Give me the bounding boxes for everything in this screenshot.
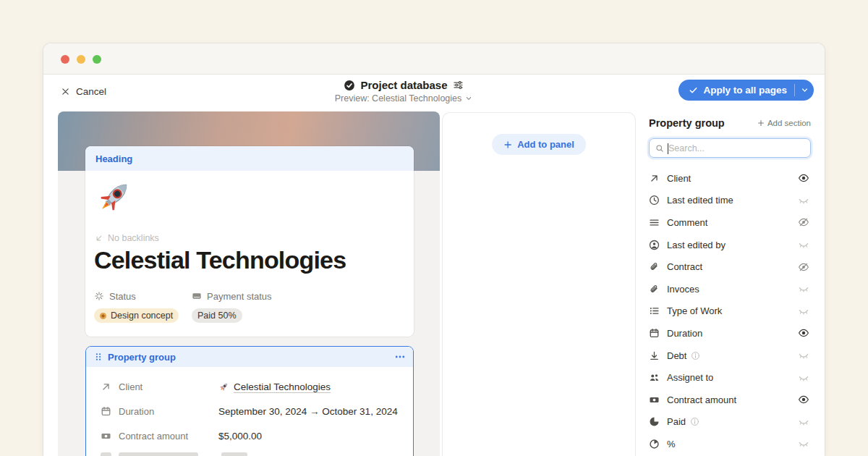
banknote-icon	[649, 394, 660, 405]
sidebar-property-row[interactable]: %	[649, 433, 811, 455]
window-titlebar	[43, 43, 825, 75]
cancel-label: Cancel	[76, 86, 106, 97]
page-title[interactable]: Celestial Technologies	[94, 246, 346, 274]
search-input[interactable]	[668, 143, 791, 153]
arrow-up-right-icon	[101, 381, 111, 392]
more-options-icon[interactable]	[394, 351, 406, 363]
property-value[interactable]: Celestial Technologies	[218, 381, 331, 392]
sidebar-property-row[interactable]: Contract amount	[649, 389, 811, 411]
property-label: Last edited by	[667, 240, 726, 250]
add-section-button[interactable]: Add section	[757, 119, 811, 127]
visibility-toggle-eye-closed-icon[interactable]	[798, 350, 809, 361]
status-value: Design concept	[111, 311, 173, 321]
close-icon	[61, 87, 70, 96]
person-circle-icon	[649, 240, 660, 250]
property-search-box[interactable]	[649, 138, 811, 158]
sidebar-property-row[interactable]: Type of Work	[649, 300, 811, 323]
app-window: Cancel Project database Preview: Celesti…	[43, 43, 825, 456]
paperclip-icon	[649, 261, 660, 272]
sidebar-property-row[interactable]: Comment	[649, 211, 811, 234]
sidebar-property-row[interactable]: Assignet to	[649, 366, 811, 389]
calendar-icon	[101, 406, 111, 417]
text-lines-icon	[649, 217, 660, 228]
heading-section-card[interactable]: Heading No backlinks Celestial Technolog…	[85, 146, 414, 337]
sidebar-property-row[interactable]: Paid	[649, 411, 811, 434]
verified-badge-icon	[344, 80, 355, 91]
visibility-toggle-eye-open-icon[interactable]	[798, 327, 809, 339]
cancel-button[interactable]: Cancel	[61, 86, 106, 97]
property-row-partial	[86, 448, 413, 456]
property-label: Duration	[119, 406, 218, 417]
property-value-text: Celestial Technologies	[234, 381, 331, 392]
visibility-toggle-eye-slash-icon[interactable]	[798, 261, 809, 273]
sidebar-property-row[interactable]: Last edited time	[649, 190, 811, 212]
status-property[interactable]: Status Design concept	[94, 290, 179, 323]
property-row[interactable]: ClientCelestial Technologies	[86, 374, 413, 399]
property-value[interactable]: September 30, 2024 → October 31, 2024	[218, 406, 398, 417]
arrow-down-left-icon	[95, 234, 103, 242]
traffic-light-minimize[interactable]	[77, 55, 85, 64]
payment-status-property[interactable]: Payment status Paid 50%	[192, 290, 272, 323]
preview-label: Preview: Celestial Technologies	[335, 93, 462, 104]
sidebar-property-row[interactable]: Duration	[649, 322, 811, 345]
chevron-down-icon	[465, 95, 472, 102]
property-sidebar: Property group Add section ClientLast ed…	[649, 116, 811, 455]
apply-label: Apply to all pages	[703, 85, 794, 96]
page-rocket-icon[interactable]	[94, 177, 135, 217]
chevron-down-icon	[801, 86, 809, 94]
sidebar-property-row[interactable]: Client	[649, 167, 811, 190]
apply-dropdown-button[interactable]	[795, 80, 814, 101]
property-label: Assignet to	[667, 372, 713, 383]
payment-status-value-pill[interactable]: Paid 50%	[192, 308, 242, 323]
sidebar-property-row[interactable]: Debt	[649, 345, 811, 367]
add-to-panel-button[interactable]: Add to panel	[492, 134, 586, 155]
plus-icon	[503, 140, 512, 149]
visibility-toggle-eye-closed-icon[interactable]	[798, 195, 809, 206]
add-section-label: Add section	[767, 119, 811, 127]
visibility-toggle-eye-open-icon[interactable]	[798, 394, 809, 405]
visibility-toggle-eye-slash-icon[interactable]	[798, 216, 809, 228]
visibility-toggle-eye-open-icon[interactable]	[798, 172, 809, 184]
settings-sliders-icon[interactable]	[453, 80, 464, 90]
traffic-light-close[interactable]	[61, 55, 69, 64]
property-value[interactable]: $5,000.00	[218, 431, 262, 442]
property-label: Type of Work	[667, 305, 722, 316]
apply-to-all-pages-button[interactable]: Apply to all pages	[678, 80, 814, 101]
property-value-text: $5,000.00	[218, 431, 262, 442]
property-row[interactable]: Contract amount$5,000.00	[86, 423, 413, 448]
property-group-header: Property group	[86, 347, 413, 367]
plus-icon	[757, 119, 765, 127]
backlinks-row[interactable]: No backlinks	[95, 233, 159, 243]
text-cursor	[668, 143, 668, 154]
bulleted-list-icon	[649, 305, 660, 316]
sidebar-property-row[interactable]: Contract	[649, 256, 811, 278]
sidebar-property-row[interactable]: Last edited by	[649, 234, 811, 256]
visibility-toggle-eye-closed-icon[interactable]	[798, 416, 809, 428]
status-dot-icon	[100, 313, 106, 319]
visibility-toggle-eye-closed-icon[interactable]	[798, 438, 809, 449]
clock-icon	[649, 195, 660, 206]
property-label: Contract amount	[667, 394, 736, 405]
property-value-text: September 30, 2024 → October 31, 2024	[218, 406, 398, 417]
drag-handle-icon[interactable]	[93, 352, 103, 362]
info-icon	[691, 351, 700, 360]
property-group-rows: ClientCelestial TechnologiesDurationSept…	[86, 367, 413, 448]
sidebar-property-row[interactable]: Invoces	[649, 278, 811, 300]
payment-status-label: Payment status	[207, 291, 272, 302]
preview-selector[interactable]: Preview: Celestial Technologies	[302, 93, 505, 104]
property-group-card[interactable]: Property group ClientCelestial Technolog…	[85, 346, 414, 456]
visibility-toggle-eye-closed-icon[interactable]	[798, 239, 809, 250]
pie-chart-icon	[649, 416, 660, 427]
paperclip-icon	[649, 284, 660, 295]
traffic-light-zoom[interactable]	[93, 55, 101, 64]
partial-value-smudge	[221, 452, 247, 456]
property-label: Paid	[667, 416, 686, 427]
property-row[interactable]: DurationSeptember 30, 2024 → October 31,…	[86, 399, 413, 423]
visibility-toggle-eye-closed-icon[interactable]	[798, 372, 809, 384]
property-list: ClientLast edited timeCommentLast edited…	[649, 167, 811, 455]
status-value-pill[interactable]: Design concept	[94, 308, 179, 323]
backlinks-label: No backlinks	[108, 233, 159, 243]
visibility-toggle-eye-closed-icon[interactable]	[798, 305, 809, 317]
visibility-toggle-eye-closed-icon[interactable]	[798, 283, 809, 295]
add-to-panel-label: Add to panel	[517, 139, 574, 150]
